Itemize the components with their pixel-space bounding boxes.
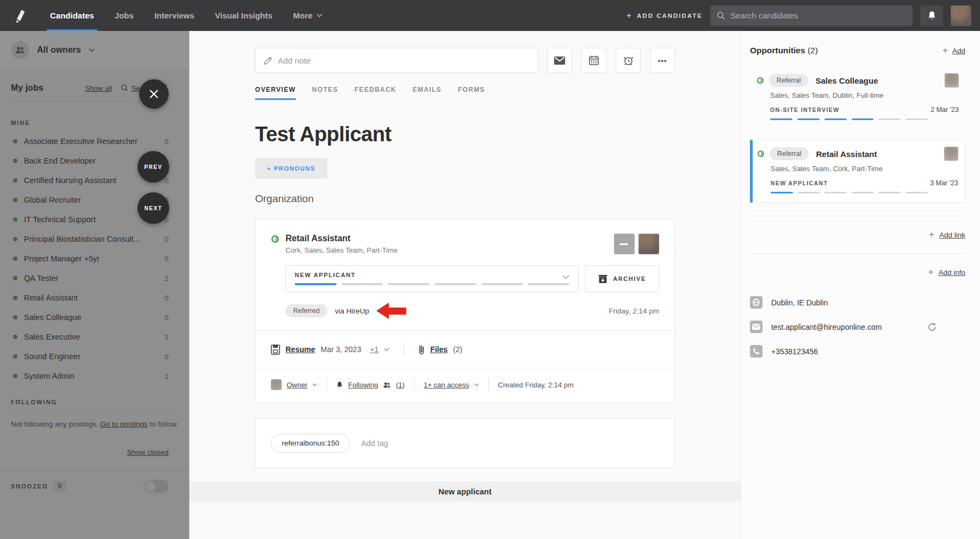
divider — [488, 378, 489, 391]
opportunity-stage: NEW APPLICANT — [771, 180, 828, 186]
opportunity-card: Retail Assistant Cork, Sales, Sales Team… — [255, 219, 675, 403]
opportunity-date: 3 Mar '23 — [930, 179, 958, 187]
close-icon — [149, 89, 159, 99]
stage-segment — [905, 118, 928, 120]
files-link[interactable]: Files — [430, 345, 448, 354]
owner-avatar — [271, 379, 282, 390]
add-note-box[interactable] — [255, 48, 538, 73]
opportunity-details: Sales, Sales Team, Dublin, Full-time — [770, 91, 959, 99]
stage-segment — [878, 118, 901, 120]
add-note-input[interactable] — [278, 56, 530, 65]
stage-segment — [905, 192, 928, 193]
snooze-button[interactable] — [616, 48, 641, 73]
nav-item-more[interactable]: More — [293, 0, 322, 31]
people-icon — [383, 382, 391, 388]
referral-source: via HireUp — [335, 307, 369, 315]
paperclip-icon — [418, 344, 425, 355]
nav-item-jobs[interactable]: Jobs — [115, 0, 134, 31]
tab-feedback[interactable]: FEEDBACK — [355, 86, 396, 100]
bell-icon — [927, 11, 936, 21]
search-icon — [717, 11, 725, 20]
plus-icon: + — [928, 267, 934, 278]
phone-value[interactable]: +3538123456 — [771, 347, 818, 356]
sidebar-dim-overlay — [0, 31, 189, 539]
more-actions-button[interactable]: ••• — [650, 48, 675, 73]
search-input[interactable] — [730, 11, 906, 20]
globe-icon — [750, 296, 762, 309]
tour-close-button[interactable] — [139, 79, 169, 109]
stage-segment — [295, 283, 337, 285]
following-link[interactable]: Following — [348, 381, 378, 389]
divider — [404, 343, 404, 356]
stage-section-title: New applicant — [438, 487, 492, 496]
stage-segment — [878, 192, 901, 193]
add-tag-input[interactable]: Add tag — [361, 439, 388, 448]
stage-segment — [435, 283, 476, 285]
divider — [414, 378, 414, 391]
stage-progress-bar — [295, 283, 569, 285]
referrer-avatar — [945, 73, 959, 87]
stage-segment — [388, 283, 430, 285]
schedule-button[interactable] — [581, 48, 606, 73]
tag-pill[interactable]: referralbonus:150 — [271, 434, 350, 453]
sync-icon[interactable] — [927, 322, 937, 332]
avatar-image — [944, 147, 958, 161]
pencil-icon — [263, 56, 272, 65]
opportunity-date: 2 Mar '23 — [931, 106, 959, 114]
opportunity-item-retail-assistant[interactable]: Referral Retail Assistant Sales, Sales T… — [750, 140, 965, 203]
stage-section-band: New applicant — [189, 481, 741, 502]
add-link-button[interactable]: + Add link — [750, 229, 965, 240]
posting-status-icon — [757, 150, 765, 158]
location-row: Dublin, IE Dublin — [750, 296, 965, 309]
chevron-down-icon — [384, 348, 389, 351]
opportunity-job-title[interactable]: Retail Assistant — [286, 234, 398, 243]
stage-segment — [824, 192, 847, 193]
divider — [326, 378, 327, 391]
divider — [750, 253, 965, 254]
lever-logo[interactable] — [12, 8, 28, 24]
posting-status-icon — [756, 77, 764, 84]
opportunity-title: Sales Colleague — [815, 76, 878, 85]
avatar-image — [951, 5, 971, 26]
envelope-icon — [554, 57, 565, 65]
add-pronouns-button[interactable]: + PRONOUNS — [255, 158, 327, 179]
add-link-label: Add link — [939, 231, 965, 239]
envelope-icon — [750, 321, 762, 333]
tour-next-button[interactable]: NEXT — [138, 192, 169, 224]
resume-document-icon — [271, 344, 280, 355]
recruiter-avatar[interactable] — [638, 234, 659, 254]
email-value[interactable]: test.applicant@hireuponline.com — [771, 323, 882, 331]
stage-segment — [481, 283, 523, 285]
add-opportunity-button[interactable]: + Add — [942, 45, 965, 56]
stage-select-dropdown[interactable]: NEW APPLICANT — [286, 265, 579, 292]
notifications-button[interactable] — [920, 5, 943, 26]
nav-item-visual-insights[interactable]: Visual Insights — [215, 0, 272, 31]
tab-overview[interactable]: OVERVIEW — [255, 86, 296, 100]
chevron-down-icon — [474, 383, 479, 386]
chevron-down-icon — [312, 383, 317, 386]
opportunities-count: (2) — [808, 46, 818, 55]
add-info-button[interactable]: + Add info — [750, 267, 965, 278]
candidate-search-box[interactable] — [710, 5, 913, 26]
stage-segment — [798, 192, 820, 193]
owner-link[interactable]: Owner — [287, 381, 307, 389]
opportunity-stage: ON-SITE INTERVIEW — [770, 106, 839, 113]
nav-item-candidates[interactable]: Candidates — [50, 0, 94, 31]
opportunity-item-sales-colleague[interactable]: Referral Sales Colleague Sales, Sales Te… — [750, 67, 965, 129]
archive-button[interactable]: ARCHIVE — [585, 265, 659, 292]
tab-forms[interactable]: FORMS — [458, 86, 485, 100]
tab-notes[interactable]: NOTES — [312, 86, 338, 100]
archive-box-icon — [598, 274, 607, 284]
tour-prev-button[interactable]: PREV — [138, 151, 169, 183]
nav-item-interviews[interactable]: Interviews — [154, 0, 194, 31]
resume-link[interactable]: Resume — [286, 345, 315, 354]
tab-emails[interactable]: EMAILS — [413, 86, 442, 100]
followers-count-link[interactable]: (1) — [396, 381, 405, 389]
stage-progress-bar — [771, 192, 928, 193]
add-candidate-button[interactable]: + ADD CANDIDATE — [627, 11, 703, 21]
candidate-name: Test Applicant — [255, 123, 675, 146]
resume-more-count[interactable]: +1 — [370, 345, 379, 354]
user-avatar[interactable] — [951, 5, 971, 26]
email-button[interactable] — [547, 48, 572, 73]
access-link[interactable]: 1+ can access — [424, 381, 469, 389]
